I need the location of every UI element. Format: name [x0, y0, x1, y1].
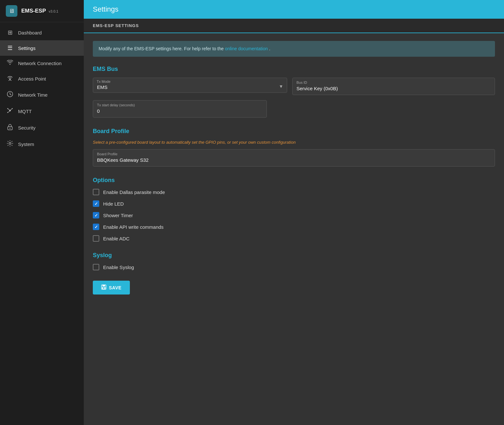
sidebar-item-security[interactable]: Security: [0, 120, 84, 136]
sidebar-nav: ⊞ Dashboard ☰ Settings Network Connectio…: [0, 22, 84, 425]
documentation-link[interactable]: online documentation: [225, 46, 268, 51]
tx-mode-wrapper: Tx Mode EMS EMS+ HT3 Off ▼: [93, 78, 287, 95]
board-profile-title: Board Profile: [93, 128, 495, 135]
gear-icon: [6, 140, 14, 148]
info-text-before: Modify any of the EMS-ESP settings here.…: [99, 46, 225, 51]
content-area: Modify any of the EMS-ESP settings here.…: [84, 33, 504, 425]
sidebar-item-label: Settings: [18, 45, 35, 51]
page-title: Settings: [84, 0, 504, 19]
sidebar-item-system[interactable]: System: [0, 136, 84, 152]
ems-bus-row2: Tx start delay (seconds) 0: [93, 100, 495, 118]
syslog-list: Enable Syslog: [93, 264, 495, 270]
shower-timer-checkbox[interactable]: [93, 212, 99, 218]
option-api-write[interactable]: Enable API write commands: [93, 224, 495, 230]
info-banner: Modify any of the EMS-ESP settings here.…: [93, 41, 495, 57]
tx-delay-field: Tx start delay (seconds) 0: [93, 100, 267, 118]
tx-delay-label: Tx start delay (seconds): [97, 103, 263, 107]
lock-icon: [6, 124, 14, 132]
sidebar-item-settings[interactable]: ☰ Settings: [0, 40, 84, 56]
tx-mode-select[interactable]: EMS EMS+ HT3 Off: [93, 78, 287, 93]
sidebar-item-label: Dashboard: [18, 30, 42, 35]
board-profile-section: Board Profile Select a pre-configured bo…: [93, 128, 495, 167]
sidebar-item-mqtt[interactable]: MQTT: [0, 103, 84, 120]
ems-bus-section: EMS Bus Tx Mode EMS EMS+ HT3 Off ▼ Bus I…: [93, 66, 495, 118]
syslog-title: Syslog: [93, 252, 495, 259]
bus-id-value: Service Key (0x0B): [296, 86, 338, 91]
option-enable-syslog[interactable]: Enable Syslog: [93, 264, 495, 270]
enable-syslog-label: Enable Syslog: [103, 265, 134, 270]
shower-timer-label: Shower Timer: [103, 213, 133, 218]
save-button[interactable]: SAVE: [93, 281, 130, 295]
sidebar-item-label: MQTT: [18, 109, 32, 114]
sidebar: 🖥 EMS-ESP v3.0.1 ⊞ Dashboard ☰ Settings: [0, 0, 84, 425]
options-section: Options Enable Dallas parasite mode Hide…: [93, 177, 495, 242]
app-logo: 🖥: [6, 5, 17, 17]
svg-rect-10: [102, 285, 105, 286]
app-title-group: EMS-ESP v3.0.1: [21, 8, 58, 14]
option-dallas-parasite[interactable]: Enable Dallas parasite mode: [93, 189, 495, 195]
dallas-parasite-label: Enable Dallas parasite mode: [103, 189, 165, 195]
syslog-section: Syslog Enable Syslog: [93, 252, 495, 270]
sidebar-item-network-connection[interactable]: Network Connection: [0, 56, 84, 71]
save-icon: [101, 285, 106, 291]
enable-adc-label: Enable ADC: [103, 236, 130, 241]
sidebar-item-label: Network Connection: [18, 61, 62, 66]
api-write-checkbox[interactable]: [93, 224, 99, 230]
sidebar-item-label: Network Time: [18, 92, 48, 98]
sidebar-item-dashboard[interactable]: ⊞ Dashboard: [0, 25, 84, 40]
sidebar-item-label: Security: [18, 125, 35, 130]
logo-icon: 🖥: [9, 8, 15, 14]
wifi-icon: [6, 60, 14, 67]
board-profile-field: Board Profile BBQKees Gateway S32: [93, 149, 495, 167]
svg-point-8: [9, 142, 11, 144]
tx-delay-value: 0: [97, 108, 100, 114]
hide-led-checkbox[interactable]: [93, 200, 99, 207]
app-name: EMS-ESP: [21, 8, 46, 14]
board-profile-subtitle: Select a pre-configured board layout to …: [93, 140, 495, 145]
settings-icon: ☰: [6, 44, 14, 52]
main-content: Settings EMS-ESP SETTINGS Modify any of …: [84, 0, 504, 425]
option-enable-adc[interactable]: Enable ADC: [93, 235, 495, 242]
enable-adc-checkbox[interactable]: [93, 235, 99, 242]
mqtt-icon: [6, 107, 14, 115]
svg-point-7: [10, 128, 11, 129]
board-profile-label: Board Profile: [97, 152, 491, 156]
board-profile-value: BBQKees Gateway S32: [97, 157, 149, 163]
save-label: SAVE: [109, 285, 121, 290]
sidebar-item-access-point[interactable]: Access Point: [0, 71, 84, 87]
hide-led-label: Hide LED: [103, 201, 124, 207]
app-version: v3.0.1: [49, 9, 58, 13]
page-subtitle: EMS-ESP SETTINGS: [84, 19, 504, 33]
option-shower-timer[interactable]: Shower Timer: [93, 212, 495, 218]
svg-rect-12: [103, 287, 104, 289]
ems-bus-row1: Tx Mode EMS EMS+ HT3 Off ▼ Bus ID Servic…: [93, 78, 495, 95]
bus-id-field: Bus ID Service Key (0x0B): [292, 78, 495, 95]
options-title: Options: [93, 177, 495, 184]
info-text-after: .: [269, 46, 270, 51]
api-write-label: Enable API write commands: [103, 224, 164, 230]
sidebar-item-label: Access Point: [18, 76, 46, 82]
ems-bus-title: EMS Bus: [93, 66, 495, 72]
bus-id-label: Bus ID: [296, 81, 491, 84]
dallas-parasite-checkbox[interactable]: [93, 189, 99, 195]
access-point-icon: [6, 75, 14, 82]
options-list: Enable Dallas parasite mode Hide LED Sho…: [93, 189, 495, 242]
save-area: SAVE: [93, 281, 495, 295]
option-hide-led[interactable]: Hide LED: [93, 200, 495, 207]
sidebar-header: 🖥 EMS-ESP v3.0.1: [0, 0, 84, 22]
clock-icon: [6, 91, 14, 99]
dashboard-icon: ⊞: [6, 29, 14, 36]
sidebar-item-label: System: [18, 141, 34, 147]
sidebar-item-network-time[interactable]: Network Time: [0, 87, 84, 103]
enable-syslog-checkbox[interactable]: [93, 264, 99, 270]
